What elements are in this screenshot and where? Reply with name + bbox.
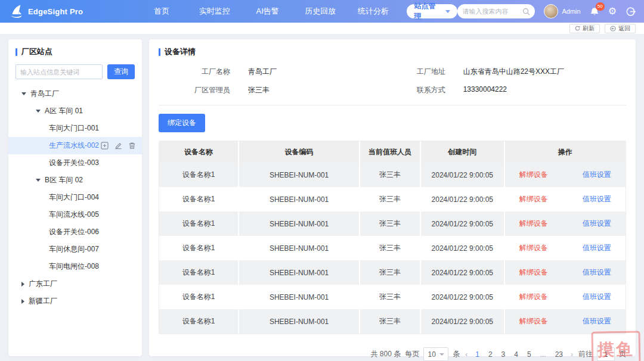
tree-node-gate-004[interactable]: 车间大门口-004 <box>8 189 142 206</box>
nav-item-statistics[interactable]: 统计分析 <box>347 6 400 17</box>
unbind-device-link[interactable]: 解绑设备 <box>519 219 548 229</box>
nav-item-ai-alert[interactable]: AI告警 <box>241 6 294 17</box>
tree-node-xinjiang-factory[interactable]: 新疆工厂 <box>8 292 142 310</box>
global-search-box[interactable] <box>457 4 535 18</box>
duty-person-cell: 张三丰 <box>360 211 420 236</box>
page-number-4[interactable]: 4 <box>512 350 521 359</box>
col-duty-person: 当前值班人员 <box>360 141 420 163</box>
tree-node-production-line-002-selected[interactable]: 生产流水线-002 <box>8 137 142 154</box>
user-profile[interactable]: Admin <box>544 4 580 18</box>
page-number-3[interactable]: 3 <box>499 350 508 359</box>
actions-cell: 解绑设备 值班设置 <box>504 260 626 285</box>
tree-node-zone-a[interactable]: A区 车间 01 <box>8 102 142 120</box>
bind-device-button[interactable]: 绑定设备 <box>159 114 205 132</box>
refresh-button[interactable]: 刷新 <box>569 24 600 33</box>
refresh-icon <box>575 26 580 31</box>
tree-expand-icon[interactable] <box>21 92 26 95</box>
table-row: 设备名称1 SHEBEI-NUM-001 张三丰 2024/01/22 9:00… <box>159 211 626 236</box>
duty-setting-link[interactable]: 值班设置 <box>583 170 611 180</box>
site-search-input[interactable] <box>16 64 103 79</box>
per-page-label: 每页 <box>405 349 419 359</box>
sidebar-title-row: 厂区站点 <box>8 46 142 57</box>
field-label: 联系方式 <box>374 85 445 95</box>
created-time-cell: 2024/01/22 9:00:05 <box>420 309 504 334</box>
actions-cell: 解绑设备 值班设置 <box>504 236 626 260</box>
sidebar-title: 厂区站点 <box>21 46 52 57</box>
add-icon[interactable] <box>101 142 109 150</box>
duty-setting-link[interactable]: 值班设置 <box>583 219 611 229</box>
created-time-cell: 2024/01/22 9:00:05 <box>420 236 504 260</box>
field-value: 张三丰 <box>248 85 270 95</box>
edit-icon[interactable] <box>114 142 122 150</box>
total-count: 共 800 条 <box>370 349 401 359</box>
notification-button[interactable]: 50 <box>590 7 599 17</box>
site-search-row: 查询 <box>8 57 142 82</box>
field-value: 青岛工厂 <box>248 67 277 77</box>
unbind-device-link[interactable]: 解绑设备 <box>519 292 548 302</box>
tree-node-guangdong-factory[interactable]: 广东工厂 <box>8 275 142 292</box>
tree-collapse-icon[interactable] <box>21 282 24 287</box>
table-row: 设备名称1 SHEBEI-NUM-001 张三丰 2024/01/22 9:00… <box>159 163 626 187</box>
goto-page-input[interactable] <box>597 347 615 361</box>
tree-expand-icon[interactable] <box>36 179 41 182</box>
page-number-23[interactable]: 23 <box>553 350 565 359</box>
actions-cell: 解绑设备 值班设置 <box>504 187 626 211</box>
duty-person-cell: 张三丰 <box>360 187 420 211</box>
unbind-device-link[interactable]: 解绑设备 <box>519 243 548 253</box>
global-search-input[interactable] <box>462 8 522 15</box>
tree-node-label: A区 车间 01 <box>45 106 83 116</box>
device-name-cell: 设备名称1 <box>159 163 239 187</box>
tree-node-gate-001[interactable]: 车间大门口-001 <box>8 120 142 137</box>
unbind-device-link[interactable]: 解绑设备 <box>519 194 548 204</box>
settings-gear-icon[interactable]: ⚙ <box>608 7 617 16</box>
nav-item-realtime-monitor[interactable]: 实时监控 <box>188 6 242 17</box>
tree-node-restroom-007[interactable]: 车间休息间-007 <box>8 241 142 258</box>
nav-right-group: Admin 50 ⚙ <box>457 4 636 18</box>
factory-name-field: 工厂名称 青岛工厂 <box>159 67 374 77</box>
col-created-time: 创建时间 <box>420 141 504 163</box>
title-accent-bar <box>159 48 160 56</box>
next-page-button[interactable]: › <box>569 350 574 359</box>
title-accent-bar <box>16 48 17 56</box>
logout-icon[interactable] <box>626 7 636 17</box>
nav-item-site-management-selected[interactable]: 站点管理 <box>407 4 457 18</box>
duty-setting-link[interactable]: 值班设置 <box>583 267 611 278</box>
duty-setting-link[interactable]: 值班设置 <box>583 292 611 302</box>
nav-item-home[interactable]: 首页 <box>135 6 188 17</box>
unbind-device-link[interactable]: 解绑设备 <box>519 316 548 326</box>
duty-setting-link[interactable]: 值班设置 <box>583 194 611 204</box>
chevron-down-icon <box>445 10 450 13</box>
duty-setting-link[interactable]: 值班设置 <box>583 243 611 253</box>
page-number-5[interactable]: 5 <box>525 350 534 359</box>
page-number-1[interactable]: 1 <box>473 350 482 359</box>
table-row: 设备名称1 SHEBEI-NUM-001 张三丰 2024/01/22 9:00… <box>159 260 626 285</box>
tree-node-zone-b[interactable]: B区 车间 02 <box>8 172 142 189</box>
col-actions: 操作 <box>504 141 626 163</box>
page-number-2[interactable]: 2 <box>486 350 495 359</box>
site-search-button[interactable]: 查询 <box>107 64 135 79</box>
device-name-cell: 设备名称1 <box>159 211 239 236</box>
unbind-device-link[interactable]: 解绑设备 <box>519 170 548 180</box>
sailboat-logo-icon <box>8 4 24 19</box>
unbind-device-link[interactable]: 解绑设备 <box>519 267 548 278</box>
prev-page-button[interactable]: ‹ <box>464 350 469 359</box>
tree-node-line-005[interactable]: 车间流水线-005 <box>8 206 142 223</box>
duty-setting-link[interactable]: 值班设置 <box>583 316 611 326</box>
delete-icon[interactable] <box>128 142 136 150</box>
unit-label: 条 <box>453 349 460 359</box>
tree-node-breaker-008[interactable]: 车间电闸位-008 <box>8 258 142 275</box>
search-icon <box>522 8 530 15</box>
tree-node-switch-006[interactable]: 设备开关位-006 <box>8 223 142 241</box>
back-button[interactable]: 返回 <box>605 24 636 33</box>
tree-node-switch-003[interactable]: 设备开关位-003 <box>8 154 142 172</box>
tree-node-label: 车间大门口-001 <box>49 123 99 133</box>
tree-collapse-icon[interactable] <box>21 299 24 304</box>
brand-title: EdgeSight Pro <box>28 7 83 16</box>
nav-menu: 首页 实时监控 AI告警 历史回放 统计分析 站点管理 <box>135 4 457 18</box>
table-header-row: 设备名称 设备编码 当前值班人员 创建时间 操作 <box>159 141 626 163</box>
page-size-select[interactable]: 10 <box>423 347 448 361</box>
nav-item-history-replay[interactable]: 历史回放 <box>294 6 347 17</box>
tree-node-qingdao-factory[interactable]: 青岛工厂 <box>8 85 142 102</box>
avatar[interactable] <box>544 4 558 18</box>
tree-expand-icon[interactable] <box>36 110 41 113</box>
